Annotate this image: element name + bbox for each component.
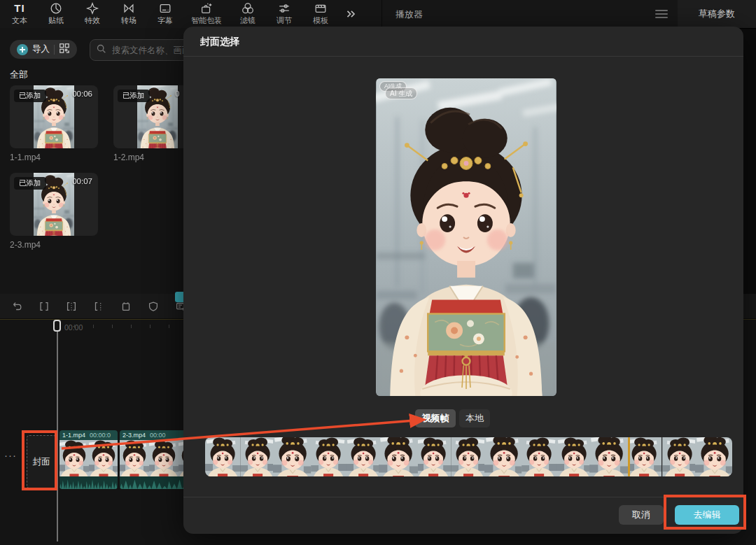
filmstrip-frame[interactable]: [556, 437, 592, 476]
import-button[interactable]: 导入: [10, 40, 77, 59]
plus-icon: [17, 44, 28, 55]
toolbar-item-filter[interactable]: 滤镜: [230, 1, 266, 27]
audio-waveform: [59, 476, 118, 489]
frame-filmstrip[interactable]: [205, 437, 732, 476]
mask-icon[interactable]: [146, 299, 160, 313]
filmstrip-frame[interactable]: [275, 437, 310, 476]
filmstrip-frame[interactable]: [697, 437, 732, 476]
video-editor-app: TI 文本 贴纸 特效 转场: [0, 0, 756, 545]
toolbar-item-template[interactable]: 模板: [302, 1, 339, 27]
template-icon: [314, 2, 328, 15]
filter-all-tab[interactable]: 全部: [10, 69, 28, 81]
effects-icon-item[interactable]: 特效: [74, 1, 111, 27]
qr-scan-icon[interactable]: [59, 43, 70, 57]
toolbar-item-subtitle[interactable]: 字幕: [147, 1, 183, 27]
duration-label: 00:07: [72, 177, 92, 185]
cover-preview-image: AI生成 AI 生成: [376, 78, 556, 396]
filmstrip-frame[interactable]: [311, 437, 346, 476]
filmstrip-frame[interactable]: [205, 437, 240, 476]
toolbar-item-smart-package[interactable]: 智能包装: [183, 1, 230, 27]
go-edit-button[interactable]: 去编辑: [675, 505, 739, 525]
text-icon: TI: [14, 2, 24, 15]
playhead-line: [57, 332, 58, 542]
sticker-icon: [49, 2, 63, 15]
duration-label: 00:06: [72, 90, 92, 98]
toolbar-divider: [382, 0, 382, 28]
divider: [183, 56, 743, 57]
filmstrip-frame[interactable]: [662, 437, 697, 476]
cancel-button[interactable]: 取消: [619, 505, 664, 525]
adjust-icon: [277, 2, 291, 15]
filmstrip-playhead[interactable]: [628, 437, 630, 476]
split-icon[interactable]: [37, 299, 51, 313]
filmstrip-frame[interactable]: [381, 437, 416, 476]
top-toolbar: TI 文本 贴纸 特效 转场: [0, 0, 756, 29]
playhead-handle[interactable]: [53, 320, 61, 332]
added-badge: 已添加: [14, 177, 46, 190]
split-keep-right-icon[interactable]: [92, 299, 106, 313]
tab-video-frame[interactable]: 视频帧: [415, 409, 456, 427]
clip-thumbnails: [59, 440, 118, 476]
divider: [183, 497, 743, 497]
toolbar-item-adjust[interactable]: 调节: [266, 1, 302, 27]
search-icon: [96, 43, 106, 57]
dialog-title: 封面选择: [200, 36, 239, 48]
subtitle-icon: [158, 2, 172, 15]
media-item-name: 1-2.mp4: [113, 153, 144, 162]
filmstrip-frame[interactable]: [451, 437, 486, 476]
effects-icon: [85, 2, 99, 15]
tooltip-badge-partial: [175, 292, 183, 302]
ruler-ticks: [74, 325, 169, 328]
filmstrip-frame[interactable]: [626, 437, 662, 476]
filmstrip-frame[interactable]: [522, 437, 556, 476]
filter-icon: [241, 2, 255, 15]
track-more-button[interactable]: ···: [4, 449, 17, 461]
menu-icon[interactable]: [655, 10, 668, 20]
media-item-2-3[interactable]: 已添加 00:07: [10, 173, 98, 236]
duration-label: 0: [175, 90, 179, 98]
media-item-name: 2-3.mp4: [10, 240, 41, 250]
undo-icon[interactable]: [10, 299, 24, 313]
clip-header: 1-1.mp4 00:00:0: [59, 430, 118, 440]
toolbar-item-sticker[interactable]: 贴纸: [38, 1, 74, 27]
media-item-1-1[interactable]: 已添加 00:06: [10, 85, 98, 148]
transition-icon: [122, 2, 136, 15]
filmstrip-frame[interactable]: [346, 437, 381, 476]
toolbar-item-text[interactable]: TI 文本: [1, 1, 38, 27]
toolbar-item-transition[interactable]: 转场: [111, 1, 147, 27]
draft-params-button[interactable]: 草稿参数: [678, 0, 756, 28]
tab-local[interactable]: 本地: [459, 409, 490, 427]
filmstrip-frame[interactable]: [486, 437, 522, 476]
filmstrip-frame[interactable]: [416, 437, 451, 476]
added-badge: 已添加: [14, 90, 46, 102]
cover-button[interactable]: 封面: [27, 435, 56, 488]
split-keep-left-icon[interactable]: [64, 299, 78, 313]
media-item-name: 1-1.mp4: [10, 153, 41, 162]
smart-package-icon: [200, 2, 214, 15]
more-panels-icon[interactable]: [339, 1, 363, 27]
cover-selection-dialog: 封面选择 AI生成 AI 生成 视频帧 本地: [183, 27, 743, 534]
timeline-clip-1-1[interactable]: 1-1.mp4 00:00:0: [59, 430, 118, 489]
player-panel-title: 播放器: [396, 8, 423, 21]
crop-icon[interactable]: [119, 299, 133, 313]
filmstrip-frame[interactable]: [240, 437, 275, 476]
filmstrip-frame[interactable]: [592, 437, 626, 476]
ai-generated-badge: AI 生成: [385, 87, 417, 99]
added-badge: 已添加: [118, 90, 150, 102]
